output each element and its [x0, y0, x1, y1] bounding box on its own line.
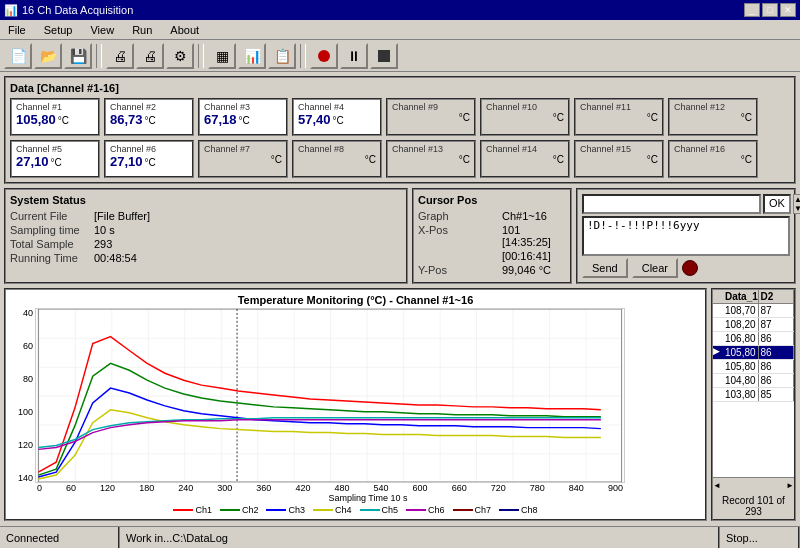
y-label-120: 120: [10, 440, 33, 450]
x-label-840: 840: [569, 483, 584, 493]
legend-ch8-color: [499, 509, 519, 511]
data-panel-title: Data [Channel #1-16]: [10, 82, 790, 94]
y-label-100: 100: [10, 407, 33, 417]
channel-1-unit: °C: [58, 115, 69, 126]
comm-scrollbar[interactable]: ▲ ▼: [793, 194, 800, 214]
settings-button[interactable]: ⚙: [166, 43, 194, 69]
toolbar-separator-2: [198, 44, 204, 68]
new-button[interactable]: 📄: [4, 43, 32, 69]
scroll-right-icon[interactable]: ►: [786, 481, 794, 490]
scroll-left-icon[interactable]: ◄: [713, 481, 721, 490]
pause-button[interactable]: ⏸: [340, 43, 368, 69]
channel-11-label: Channel #11: [580, 102, 658, 112]
record-info: Record 101 of 293: [713, 493, 794, 519]
table-row-4[interactable]: 105,80 86: [713, 360, 794, 374]
print2-icon: 🖨: [143, 48, 157, 64]
scroll-down-icon[interactable]: ▼: [794, 204, 800, 213]
arrow-col-header: [713, 290, 723, 303]
x-label-600: 600: [413, 483, 428, 493]
row-2-col2: 86: [759, 332, 795, 345]
status-workdir: Work in...C:\DataLog: [120, 527, 720, 548]
print-button[interactable]: 🖨: [106, 43, 134, 69]
channel-15-label: Channel #15: [580, 144, 658, 154]
x-label-0: 0: [37, 483, 42, 493]
chart-area: Temperature Monitoring (°C) - Channel #1…: [4, 288, 796, 521]
menu-setup[interactable]: Setup: [40, 23, 77, 37]
table-button[interactable]: 📋: [268, 43, 296, 69]
chart-container: Temperature Monitoring (°C) - Channel #1…: [4, 288, 707, 521]
status-row-sampling: Sampling time 10 s: [10, 224, 402, 236]
menu-bar: File Setup View Run About: [0, 20, 800, 40]
record-button[interactable]: [310, 43, 338, 69]
comm-indicator: [682, 260, 698, 276]
system-status-panel: System Status Current File [File Buffer]…: [4, 188, 408, 284]
channel-2-label: Channel #2: [110, 102, 188, 112]
save-icon: 💾: [70, 48, 87, 64]
channel-5-label: Channel #5: [16, 144, 94, 154]
cursor-ypos-row: Y-Pos 99,046 °C: [418, 264, 566, 276]
table-row-1[interactable]: 108,20 87: [713, 318, 794, 332]
open-icon: 📂: [40, 48, 57, 64]
channel-6-label: Channel #6: [110, 144, 188, 154]
channel-3-unit: °C: [239, 115, 250, 126]
col2-header: D2: [759, 290, 795, 303]
table-row-2[interactable]: 106,80 86: [713, 332, 794, 346]
x-label-360: 360: [256, 483, 271, 493]
channel-10: Channel #10 °C: [480, 98, 570, 136]
status-bar: Connected Work in...C:\DataLog Stop...: [0, 526, 800, 548]
x-label-180: 180: [139, 483, 154, 493]
channel-5: Channel #5 27,10 °C: [10, 140, 100, 178]
clear-button[interactable]: Clear: [632, 258, 678, 278]
maximize-button[interactable]: □: [762, 3, 778, 17]
row-1-arrow: [713, 318, 723, 331]
legend-ch6-color: [406, 509, 426, 511]
menu-about[interactable]: About: [166, 23, 203, 37]
status-file-value: [File Buffer]: [94, 210, 150, 222]
cursor-graph-row: Graph Ch#1~16: [418, 210, 566, 222]
y-label-140: 140: [10, 473, 33, 483]
send-button[interactable]: Send: [582, 258, 628, 278]
channel-6-value: 27,10: [110, 154, 143, 169]
close-button[interactable]: ✕: [780, 3, 796, 17]
comm-input[interactable]: [582, 194, 761, 214]
x-axis-title: Sampling Time 10 s: [10, 493, 701, 503]
stop-icon: [378, 50, 390, 62]
channel-1-label: Channel #1: [16, 102, 94, 112]
app-icon: 📊: [4, 4, 18, 17]
chart-button[interactable]: 📊: [238, 43, 266, 69]
table-row-3[interactable]: ▶ 105,80 86: [713, 346, 794, 360]
stop-button[interactable]: [370, 43, 398, 69]
status-total-label: Total Sample: [10, 238, 90, 250]
stop-text: Stop...: [726, 532, 758, 544]
grid-button[interactable]: ▦: [208, 43, 236, 69]
x-label-540: 540: [374, 483, 389, 493]
legend-ch1: Ch1: [173, 505, 212, 515]
open-button[interactable]: 📂: [34, 43, 62, 69]
table-row-0[interactable]: 108,70 87: [713, 304, 794, 318]
table-row-6[interactable]: 103,80 85: [713, 388, 794, 402]
title-bar-buttons[interactable]: _ □ ✕: [744, 3, 796, 17]
minimize-button[interactable]: _: [744, 3, 760, 17]
legend-ch8-label: Ch8: [521, 505, 538, 515]
comm-textarea[interactable]: !D!-!-!!!P!!!6yyy: [582, 216, 790, 256]
row-6-arrow: [713, 388, 723, 401]
status-sampling-value: 10 s: [94, 224, 115, 236]
channel-11: Channel #11 °C: [574, 98, 664, 136]
table-row-5[interactable]: 104,80 86: [713, 374, 794, 388]
scroll-up-icon[interactable]: ▲: [794, 195, 800, 204]
menu-view[interactable]: View: [86, 23, 118, 37]
menu-file[interactable]: File: [4, 23, 30, 37]
channel-2-unit: °C: [145, 115, 156, 126]
channel-12: Channel #12 °C: [668, 98, 758, 136]
workdir-text: Work in...C:\DataLog: [126, 532, 228, 544]
legend-ch4: Ch4: [313, 505, 352, 515]
print2-button[interactable]: 🖨: [136, 43, 164, 69]
status-row-running: Running Time 00:48:54: [10, 252, 402, 264]
channel-1-value: 105,80: [16, 112, 56, 127]
cursor-xpos-label: X-Pos: [418, 224, 498, 248]
h-scrollbar[interactable]: ◄ ►: [713, 477, 794, 493]
save-button[interactable]: 💾: [64, 43, 92, 69]
system-status-title: System Status: [10, 194, 402, 206]
row-0-col1: 108,70: [723, 304, 759, 317]
menu-run[interactable]: Run: [128, 23, 156, 37]
